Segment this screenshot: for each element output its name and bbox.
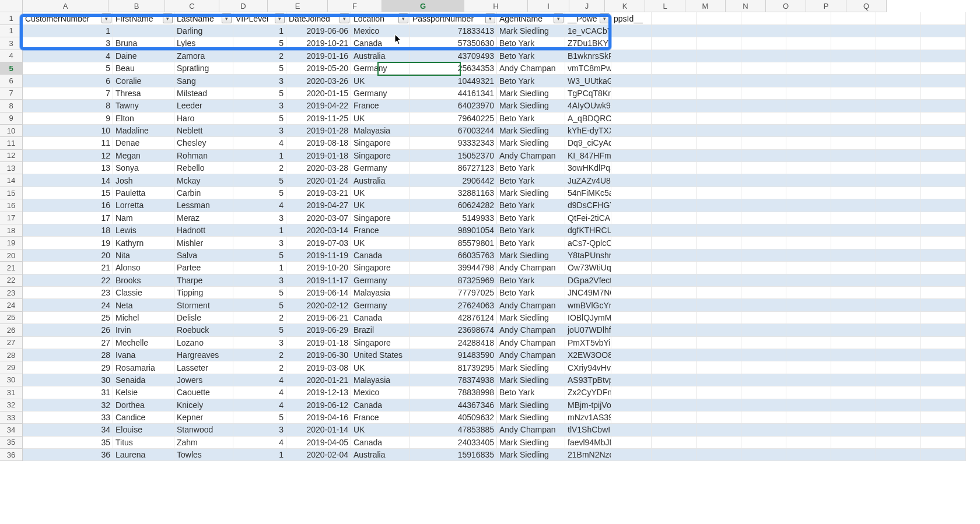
cell[interactable] — [741, 174, 786, 187]
filter-dropdown-icon[interactable]: ▾ — [222, 13, 232, 23]
table-header-cell[interactable]: CustomerNumber▾ — [23, 12, 113, 24]
cell[interactable] — [652, 25, 696, 37]
row-header[interactable]: 14 — [0, 174, 23, 187]
table-header-cell[interactable]: AgentName▾ — [497, 12, 565, 24]
cell[interactable] — [696, 249, 741, 262]
cell[interactable] — [741, 386, 786, 399]
cell[interactable]: 71833413 — [410, 25, 497, 37]
row-header[interactable]: 4 — [0, 50, 23, 62]
cell[interactable]: 54nFiMKc5ag — [565, 187, 611, 199]
cell[interactable]: 1e_vCACbYPY — [565, 25, 611, 37]
cell[interactable]: d9DsCFHGYrk — [565, 199, 611, 212]
cell[interactable]: Mark Siedling — [497, 437, 565, 449]
row-header[interactable]: 34 — [0, 424, 23, 436]
cell[interactable]: 67003244 — [410, 125, 497, 137]
cell[interactable]: 40509632 — [410, 412, 497, 424]
cell[interactable] — [786, 125, 831, 137]
cell[interactable] — [741, 199, 786, 212]
cell[interactable] — [652, 37, 696, 50]
cell[interactable]: 3 — [233, 100, 286, 112]
cell[interactable]: faevl94MbJM — [565, 437, 611, 449]
cell[interactable]: 15916835 — [410, 449, 497, 461]
cell[interactable] — [921, 62, 966, 75]
cell[interactable]: CXriy94vHvE — [565, 361, 611, 374]
row-header[interactable]: 13 — [0, 162, 23, 174]
cell[interactable]: 2019-11-17 — [286, 275, 351, 287]
cell[interactable] — [786, 337, 831, 349]
row-header[interactable]: 22 — [0, 275, 23, 287]
cell[interactable]: 24288418 — [410, 337, 497, 349]
cell[interactable]: UK — [351, 199, 410, 212]
cell[interactable] — [876, 299, 921, 311]
cell[interactable]: 2 — [233, 312, 286, 324]
cell[interactable]: KI_847HFmng — [565, 150, 611, 162]
cell[interactable]: 25 — [23, 312, 113, 324]
filter-dropdown-icon[interactable]: ▾ — [102, 13, 111, 23]
cell[interactable] — [921, 224, 966, 237]
cell[interactable]: 5 — [233, 412, 286, 424]
column-header-I[interactable]: I — [528, 0, 569, 12]
cell[interactable]: 4 — [233, 374, 286, 386]
cell[interactable]: 15 — [23, 187, 113, 199]
cell[interactable]: 2020-01-14 — [286, 424, 351, 436]
cell[interactable]: Classie — [113, 287, 174, 299]
cell[interactable] — [876, 249, 921, 262]
cell[interactable]: TgPCqT8KmEA — [565, 87, 611, 100]
cell[interactable] — [611, 25, 652, 37]
cell[interactable]: 2020-01-21 — [286, 374, 351, 386]
cell[interactable]: Brazil — [351, 324, 410, 336]
spreadsheet-viewport[interactable]: ABCDEFGHIJKLMNOPQ1CustomerNumber▾FirstNa… — [0, 0, 980, 524]
cell[interactable]: 10 — [23, 125, 113, 137]
column-header-P[interactable]: P — [806, 0, 846, 12]
cell[interactable] — [741, 361, 786, 374]
cell[interactable]: 3 — [23, 37, 113, 50]
cell[interactable] — [786, 299, 831, 311]
cell[interactable] — [831, 249, 876, 262]
cell[interactable]: 5 — [233, 187, 286, 199]
cell[interactable]: Darling — [174, 25, 233, 37]
row-header[interactable]: 8 — [0, 100, 23, 112]
cell[interactable]: Jowers — [174, 374, 233, 386]
cell[interactable] — [611, 424, 652, 436]
cell[interactable] — [696, 50, 741, 62]
cell[interactable] — [786, 386, 831, 399]
cell[interactable]: 86727123 — [410, 162, 497, 174]
cell[interactable] — [741, 187, 786, 199]
cell[interactable] — [876, 112, 921, 125]
cell[interactable] — [921, 275, 966, 287]
cell[interactable] — [696, 361, 741, 374]
filter-dropdown-icon[interactable]: ▾ — [275, 13, 285, 23]
cell[interactable] — [611, 162, 652, 174]
column-header-O[interactable]: O — [766, 0, 806, 12]
cell[interactable] — [831, 299, 876, 311]
cell[interactable]: 2019-06-21 — [286, 312, 351, 324]
cell[interactable] — [611, 237, 652, 249]
cell[interactable]: Beto Yark — [497, 37, 565, 50]
cell[interactable] — [741, 262, 786, 274]
cell[interactable] — [696, 449, 741, 461]
cell[interactable] — [652, 62, 696, 75]
cell[interactable]: Knicely — [174, 399, 233, 412]
cell[interactable]: 6 — [23, 75, 113, 87]
cell[interactable]: 2019-11-19 — [286, 249, 351, 262]
cell[interactable] — [786, 162, 831, 174]
cell[interactable] — [611, 374, 652, 386]
cell[interactable]: Zamora — [174, 50, 233, 62]
cell[interactable]: 78374938 — [410, 374, 497, 386]
cell[interactable]: Lewis — [113, 224, 174, 237]
cell[interactable] — [831, 361, 876, 374]
cell[interactable]: 5 — [233, 112, 286, 125]
row-header[interactable]: 31 — [0, 386, 23, 399]
cell[interactable]: 2 — [233, 361, 286, 374]
cell[interactable]: 3 — [233, 75, 286, 87]
cell[interactable] — [876, 437, 921, 449]
cell[interactable]: 35 — [23, 437, 113, 449]
cell[interactable] — [786, 50, 831, 62]
cell[interactable] — [611, 337, 652, 349]
cell[interactable]: Rohman — [174, 150, 233, 162]
cell[interactable] — [786, 412, 831, 424]
cell[interactable]: Singapore — [351, 137, 410, 149]
cell[interactable]: 3 — [233, 424, 286, 436]
cell[interactable] — [831, 100, 876, 112]
column-header-B[interactable]: B — [108, 0, 165, 12]
